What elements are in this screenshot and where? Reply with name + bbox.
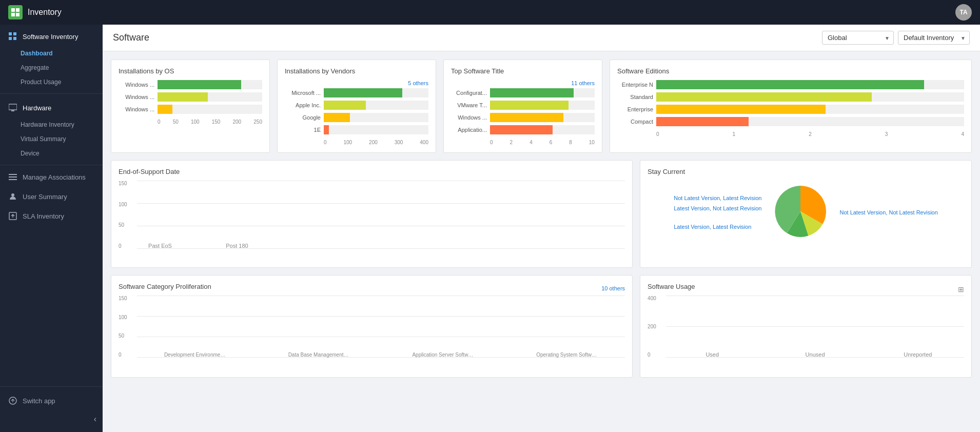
bar-row: Configurat... — [451, 88, 595, 97]
usage-y-axis: 400 200 0 — [648, 296, 662, 370]
chart-installations-by-os: Installations by OS Windows ... Windows … — [111, 60, 270, 153]
stay-current-legend-right: Not Latest Version, Not Latest Revision — [839, 209, 937, 215]
chart-title-editions: Software Editions — [617, 67, 964, 75]
sidebar-collapse-button[interactable]: ‹ — [0, 410, 103, 428]
chart-row-1: Installations by OS Windows ... Windows … — [111, 60, 972, 153]
sidebar-item-device[interactable]: Device — [21, 146, 103, 161]
sidebar-item-software-inventory[interactable]: Software Inventory — [0, 27, 103, 46]
global-select-wrapper[interactable]: Global — [822, 31, 894, 45]
usage-chart-area: 400 200 0 Used — [648, 296, 964, 370]
cat-col-db: Data Base Management Sys... — [261, 350, 377, 358]
usage-header: Software Usage ⊞ — [648, 283, 964, 296]
inventory-select-wrapper[interactable]: Default Inventory — [898, 31, 970, 45]
cat-col-os: Operating System Software — [509, 350, 625, 358]
bar-row: Microsoft ... — [285, 88, 428, 97]
bar-row: Compact — [617, 117, 964, 126]
svg-rect-1 — [16, 8, 19, 12]
chart-title-top-software: Top Software Title — [451, 67, 595, 75]
chart-software-category: Software Category Proliferation 10 other… — [111, 275, 633, 378]
cat-col-dev: Development Environment ... — [137, 350, 253, 358]
sidebar-item-sla-inventory[interactable]: SLA Inventory — [0, 206, 103, 226]
sidebar-item-hardware-inventory[interactable]: Hardware Inventory — [21, 117, 103, 132]
bar-chart-vendors: Microsoft ... Apple Inc. Google 1E — [285, 88, 428, 145]
category-chart-area: 150 100 50 0 — [119, 296, 625, 370]
chart-software-usage: Software Usage ⊞ 400 200 0 — [640, 275, 972, 378]
cat-y-axis: 150 100 50 0 — [119, 296, 133, 370]
grid-icon — [8, 32, 17, 41]
bar-row: Windows ... — [451, 113, 595, 122]
eos-label-past: Past EoS — [148, 243, 172, 249]
stay-current-content: Not Latest Version, Latest Revision Late… — [648, 181, 964, 244]
main-content: Software Global Default Inventory — [103, 25, 980, 432]
eos-gridlines — [137, 181, 625, 249]
eos-bars: Past EoS Post 180 — [137, 181, 625, 260]
bar-row: Enterprise N — [617, 80, 964, 89]
sidebar-item-virtual-summary[interactable]: Virtual Summary — [21, 132, 103, 146]
svg-rect-0 — [11, 8, 15, 12]
sidebar-item-switch-app[interactable]: Switch app — [0, 391, 103, 410]
sidebar-section-hardware: Hardware Hardware Inventory Virtual Summ… — [0, 96, 103, 163]
chart-stay-current: Stay Current Not Latest Version, Latest … — [640, 160, 972, 268]
chart-title-stay-current: Stay Current — [648, 168, 964, 175]
sidebar-item-hardware[interactable]: Hardware — [0, 98, 103, 117]
sidebar-divider-2 — [0, 165, 103, 165]
cat-bars: Development Environment ... Data Base Ma… — [137, 296, 625, 370]
bar-row: Windows ... — [119, 105, 262, 114]
svg-rect-9 — [11, 110, 14, 111]
bar-row: Windows ... — [119, 92, 262, 102]
monitor-icon — [8, 103, 17, 112]
sidebar-item-product-usage[interactable]: Product Usage — [21, 75, 103, 89]
sidebar: Software Inventory Dashboard Aggregate P… — [0, 25, 103, 432]
bar-chart-top-software: Configurat... VMware T... Windows ... — [451, 88, 595, 145]
dashboard-grid: Installations by OS Windows ... Windows … — [103, 51, 980, 386]
svg-rect-6 — [9, 37, 12, 40]
user-icon — [8, 192, 17, 201]
bar-row: Standard — [617, 92, 964, 102]
app-logo — [8, 5, 23, 19]
chart-top-software-title: Top Software Title 11 others Configurat.… — [443, 60, 602, 153]
chart-installations-by-vendors: Installations by Vendors 5 others Micros… — [277, 60, 436, 153]
chart-note-category: 10 others — [601, 285, 625, 291]
cat-gridlines — [137, 296, 625, 358]
svg-rect-7 — [13, 37, 16, 40]
sidebar-item-dashboard[interactable]: Dashboard — [21, 46, 103, 61]
sidebar-item-user-summary[interactable]: User Summary — [0, 187, 103, 206]
switch-icon — [8, 396, 17, 405]
svg-rect-12 — [9, 179, 17, 180]
user-avatar[interactable]: TA — [955, 4, 972, 21]
svg-rect-3 — [16, 13, 19, 16]
legend-not-latest-version-latest-revision: Not Latest Version, Latest Revision — [674, 195, 761, 201]
sidebar-item-aggregate[interactable]: Aggregate — [21, 61, 103, 75]
sidebar-section-software: Software Inventory Dashboard Aggregate P… — [0, 25, 103, 91]
eos-y-axis: 150 100 50 0 — [119, 181, 133, 260]
chart-note-vendors: 5 others — [285, 80, 428, 86]
chart-row-3: Software Category Proliferation 10 other… — [111, 275, 972, 378]
svg-rect-10 — [9, 174, 17, 175]
sidebar-sub-software: Dashboard Aggregate Product Usage — [0, 46, 103, 89]
bar-row: VMware T... — [451, 101, 595, 110]
bar-row: 1E — [285, 125, 428, 134]
expand-icon[interactable]: ⊞ — [958, 285, 964, 293]
sidebar-item-manage-associations[interactable]: Manage Associations — [0, 167, 103, 187]
chart-title-vendors: Installations by Vendors — [285, 67, 428, 75]
usage-col-unreported: Unreported — [872, 349, 964, 358]
svg-rect-5 — [13, 32, 16, 35]
legend-not-latest-version-not-latest-revision: Not Latest Version, Not Latest Revision — [839, 209, 937, 215]
bar-row: Enterprise — [617, 105, 964, 114]
inventory-select[interactable]: Default Inventory — [898, 31, 970, 45]
chart-title-os: Installations by OS — [119, 67, 262, 75]
bar-chart-editions: Enterprise N Standard Enterprise Co — [617, 80, 964, 137]
stay-current-legend-left: Not Latest Version, Latest Revision Late… — [674, 195, 761, 230]
list-icon — [8, 172, 17, 182]
eos-bar-post: Post 180 — [214, 241, 260, 249]
bar-chart-os: Windows ... Windows ... Windows ... — [119, 80, 262, 125]
svg-point-13 — [11, 193, 14, 197]
legend-latest-version-not-latest-revision: Latest Version, Not Latest Revision — [674, 205, 761, 211]
legend-latest-version-latest-revision: Latest Version, Latest Revision — [674, 224, 761, 230]
category-header: Software Category Proliferation 10 other… — [119, 283, 625, 296]
bar-row: Apple Inc. — [285, 101, 428, 110]
eos-label-post: Post 180 — [226, 243, 248, 249]
global-select[interactable]: Global — [822, 31, 894, 45]
sidebar-divider-1 — [0, 93, 103, 94]
chart-title-usage: Software Usage — [648, 283, 695, 290]
